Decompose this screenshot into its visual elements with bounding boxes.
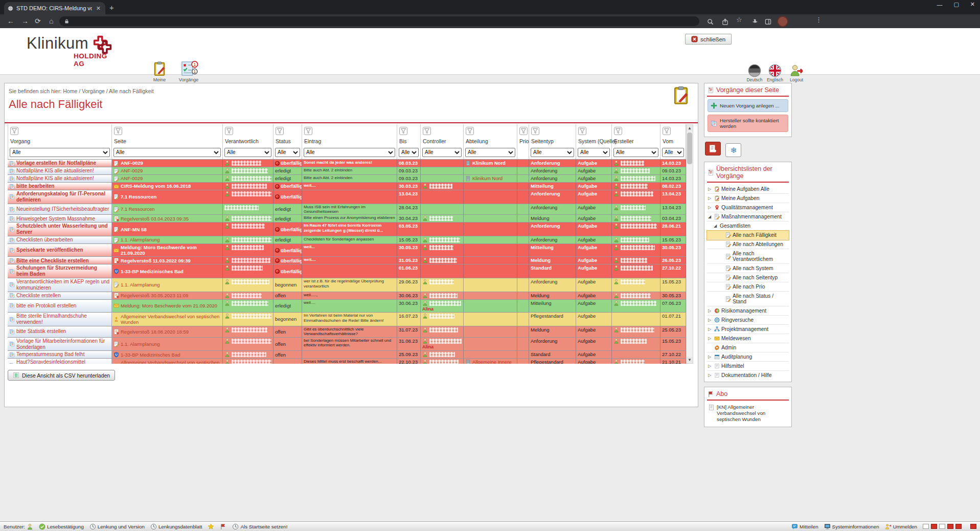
cell-seite[interactable]: 1-33-BP Medizinisches Bad	[112, 264, 223, 278]
search-icon[interactable]	[707, 17, 714, 26]
cell-seite[interactable]: ANF-0029	[112, 175, 223, 182]
extensions-puzzle-icon[interactable]	[751, 17, 758, 26]
sidebar-item-meine-aufgaben[interactable]: ▷Meine Aufgaben	[707, 194, 789, 203]
tree-collapsed-icon[interactable]: ▷	[708, 355, 713, 359]
statusbar-mitteilen[interactable]: Mitteilen	[791, 523, 818, 530]
column-header-controller[interactable]: Controller	[421, 124, 464, 145]
cell-seite[interactable]: 7.1 Ressourcen	[112, 190, 223, 204]
table-row[interactable]: Notfallpläne KIS alle aktualisieren!ANF-…	[8, 175, 686, 183]
tree-collapsed-icon[interactable]: ▷	[708, 364, 713, 368]
window-layout-red-icon[interactable]	[955, 524, 962, 529]
filter-eintrag[interactable]: Alle	[304, 148, 395, 157]
cell-seite[interactable]: Meldung: Moro Beschwerde vom 21.09.2020	[112, 244, 223, 256]
sidebar-item-maßnahmenmanagement[interactable]: ◢Maßnahmenmanagement	[707, 212, 789, 222]
scroll-down-icon[interactable]: ▼	[687, 357, 693, 363]
share-icon[interactable]	[722, 17, 728, 26]
tree-expanded-icon[interactable]: ◢	[708, 214, 713, 219]
cell-seite[interactable]: Regelverstoß 11.03.2022 09:39	[112, 257, 223, 264]
cell-vorgang[interactable]: Checkliste erstellen	[8, 292, 112, 299]
tree-collapsed-icon[interactable]: ▷	[708, 336, 713, 341]
cell-vorgang[interactable]: bitte bearbeiten	[8, 183, 112, 190]
table-row[interactable]: Speisekarte veröffentlichenMeldung: Moro…	[8, 244, 686, 257]
sidebar-item-auditplanung[interactable]: ▷Auditplanung	[707, 352, 789, 362]
column-header-seitentyp[interactable]: Seitentyp	[529, 124, 576, 145]
cell-seite[interactable]: ANF-0029	[112, 160, 223, 167]
column-header-vom[interactable]: Vom	[660, 124, 686, 145]
cell-vorgang[interactable]: Schutzblech unter Wasserleitung und Serv…	[8, 223, 112, 236]
column-header-abteilung[interactable]: Abteilung	[464, 124, 517, 145]
tree-collapsed-icon[interactable]: ▷	[708, 327, 713, 331]
table-row[interactable]: Vorlage für Mitarbeiterinformationen für…	[8, 338, 686, 351]
cell-seite[interactable]: Allgemeiner Verbandswechsel von septisch…	[112, 313, 223, 326]
browser-tab[interactable]: STD DEMO: CIRS-Meldung vom 1 ✕	[4, 2, 105, 14]
statusbar-lesebestätigung[interactable]: Lesebestätigung	[39, 523, 84, 530]
cell-seite[interactable]: Regelverstoß 18.08.2020 18:59	[112, 326, 223, 337]
frozen-view-tab[interactable]: ❄	[725, 143, 741, 157]
table-row[interactable]: Vorlage erstellen für NotfallpläneANF-00…	[8, 160, 686, 167]
sidebar-item-meine-aufgaben-alle[interactable]: ▷Meine Aufgaben Alle	[707, 185, 789, 194]
window-close-button[interactable]: ✕	[970, 1, 975, 8]
column-header-prio[interactable]: Prio	[517, 124, 529, 145]
address-bar[interactable]	[59, 16, 699, 26]
neuen-vorgang-anlegen-button[interactable]: Neuen Vorgang anlegen ...	[708, 99, 788, 112]
app-logo[interactable]: Klinikum HOLDING AG	[27, 35, 112, 58]
statusbar-ummelden[interactable]: Ummelden	[885, 523, 917, 530]
tree-collapsed-icon[interactable]: ▷	[708, 308, 713, 313]
filter-ersteller[interactable]: Alle	[613, 148, 658, 157]
tree-collapsed-icon[interactable]: ▷	[708, 187, 713, 191]
table-row[interactable]: Temperaturmessung Bad felht1-33-BP Mediz…	[8, 351, 686, 359]
statusbar-star-yellow-icon[interactable]	[208, 523, 214, 530]
language-english[interactable]: Englisch	[766, 64, 784, 82]
column-header-vorgang[interactable]: Vorgang	[8, 124, 112, 145]
column-header-eintrag[interactable]: Eintrag	[302, 124, 397, 145]
forward-icon[interactable]: →	[21, 16, 29, 26]
cell-vorgang[interactable]: bitte ein Protokoll erstellen	[8, 300, 112, 313]
cell-vorgang[interactable]: Bitte sterile EInmalhandschuhe verwenden…	[8, 313, 112, 326]
cell-seite[interactable]: Regelverstoß 03.04.2023 09:35	[112, 215, 223, 222]
cell-vorgang[interactable]: Anforderungskatalog für IT-Personal defi…	[8, 190, 112, 204]
scroll-up-icon[interactable]: ▲	[687, 125, 693, 131]
table-row[interactable]: bitte ein Protokoll erstellenMeldung: Mo…	[8, 300, 686, 313]
statusbar-lenkung-und-version[interactable]: Lenkung und Version	[89, 523, 145, 530]
window-layout-red-icon[interactable]	[931, 524, 937, 529]
tree-collapsed-icon[interactable]: ▷	[708, 196, 713, 201]
table-row[interactable]: Anforderungskatalog für IT-Personal defi…	[8, 190, 686, 204]
sidebar-item-hilfsmittel[interactable]: ▷Hilfsmittel	[707, 362, 789, 371]
cell-seite[interactable]: 1.1. Alarmplanung	[112, 338, 223, 351]
window-layout-outline-icon[interactable]	[939, 524, 945, 529]
statusbar-lenkungsdatenblatt[interactable]: Lenkungsdatenblatt	[150, 523, 202, 530]
sidebar-item-qualitätsmanagement[interactable]: ▷Qualitätsmanagement	[707, 203, 789, 212]
browser-avatar[interactable]	[777, 16, 788, 27]
language-german[interactable]: Deutsch	[745, 64, 764, 82]
cell-vorgang[interactable]: bitte Statistik erstellen	[8, 326, 112, 337]
filter-system-quelle-[interactable]: Alle	[578, 148, 610, 157]
cell-vorgang[interactable]: Neueinstellung ITSicherheitsbeauftragter	[8, 204, 112, 215]
cell-vorgang[interactable]: Notfallpläne KIS alle aktualisieren!	[8, 175, 112, 182]
cell-vorgang[interactable]: Bitte eine Checkliste erstellen	[8, 257, 112, 264]
window-layout-red-icon[interactable]	[970, 524, 976, 529]
table-row[interactable]: Bitte sterile EInmalhandschuhe verwenden…	[8, 313, 686, 326]
cell-vorgang[interactable]: Vorlage erstellen für Notfallpläne	[8, 160, 112, 167]
window-layout-red-icon[interactable]	[947, 524, 953, 529]
sidebar-item-alle-nach-system[interactable]: Alle nach System	[707, 264, 789, 273]
sidebar-item-meldewesen[interactable]: ▷Meldewesen	[707, 334, 789, 343]
tree-collapsed-icon[interactable]: ▷	[708, 205, 713, 210]
sidebar-item-gesamtlisten[interactable]: ◢Gesamtlisten	[707, 222, 789, 231]
cell-seite[interactable]: 7.1 Ressourcen	[112, 204, 223, 215]
abo-item[interactable]: [KN] Allgemeiner Verbandswechsel von sep…	[707, 403, 789, 425]
bookmark-star-icon[interactable]: ☆	[736, 16, 742, 24]
cell-seite[interactable]: ANF-0029	[112, 167, 223, 174]
table-row[interactable]: Bitte eine Checkliste erstellenRegelvers…	[8, 257, 686, 264]
table-row[interactable]: Verantwortlichkeiten im KAEP regeln und …	[8, 278, 686, 292]
table-row[interactable]: Neueinstellung ITSicherheitsbeauftragter…	[8, 204, 686, 215]
table-row[interactable]: Checkliste erstellenRegelverstoß 30.05.2…	[8, 292, 686, 300]
cell-vorgang[interactable]: Checklisten überarbeiten	[8, 236, 112, 244]
cell-vorgang[interactable]: Schulungen für Sturzvermeidung beim Bade…	[8, 264, 112, 278]
window-minimize-button[interactable]: —	[937, 2, 942, 8]
window-maximize-button[interactable]: ▢	[953, 1, 959, 8]
browser-menu-icon[interactable]: ⋮	[815, 16, 822, 24]
filter-status[interactable]: Alle	[275, 148, 300, 157]
cell-seite[interactable]: 1.1. Alarmplanung	[112, 236, 223, 244]
cell-seite[interactable]: CIRS-Meldung vom 16.06.2018	[112, 183, 223, 190]
cell-vorgang[interactable]: Temperaturmessung Bad felht	[8, 351, 112, 358]
